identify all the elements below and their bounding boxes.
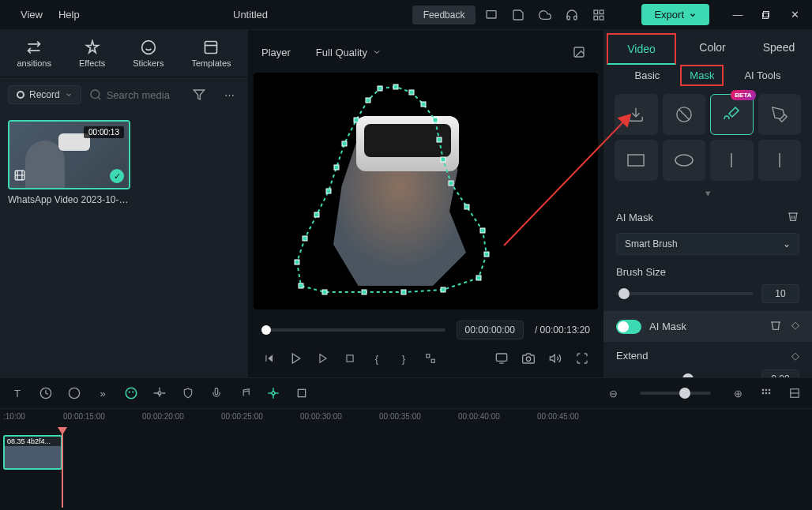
duration-badge: 00:00:13 [84, 126, 124, 138]
bracket-open-button[interactable]: { [369, 351, 385, 366]
tl-grid-button[interactable] [758, 385, 774, 401]
svg-point-63 [129, 391, 130, 392]
mask-rect-button[interactable] [615, 140, 658, 181]
fullscreen-button[interactable] [574, 351, 590, 366]
tl-palette-button[interactable] [66, 385, 82, 401]
tab-effects[interactable]: Effects [79, 39, 105, 68]
volume-button[interactable] [547, 351, 563, 366]
svg-point-52 [526, 357, 530, 361]
svg-point-61 [69, 388, 79, 398]
tab-speed[interactable]: Speed [746, 33, 812, 62]
svg-rect-18 [378, 86, 382, 91]
svg-rect-36 [303, 236, 307, 241]
screen-icon[interactable] [480, 4, 502, 26]
tab-templates[interactable]: Templates [191, 39, 231, 68]
mask-import-button[interactable] [615, 94, 658, 135]
expand-shapes[interactable]: ▾ [603, 184, 812, 202]
media-panel: ansitions Effects Stickers Templates Rec… [0, 30, 249, 377]
menu-help[interactable]: Help [58, 9, 80, 21]
snapshot-button[interactable] [521, 351, 536, 366]
more-icon[interactable]: ⋯ [218, 84, 240, 106]
tl-layout-button[interactable] [787, 385, 803, 401]
mask-linev-button[interactable] [710, 140, 754, 181]
minimize-button[interactable]: — [727, 4, 749, 26]
cloud-icon[interactable] [534, 4, 556, 26]
tl-timer-button[interactable] [38, 385, 54, 401]
subtab-mask[interactable]: Mask [680, 65, 724, 86]
export-button[interactable]: Export [641, 4, 709, 25]
tab-transitions[interactable]: ansitions [17, 39, 51, 68]
filter-icon[interactable] [188, 84, 210, 106]
ai-mask-select[interactable]: Smart Brush⌄ [616, 233, 799, 255]
playhead[interactable] [62, 429, 63, 508]
prev-frame-button[interactable] [261, 351, 277, 366]
subtab-basic[interactable]: Basic [627, 66, 668, 84]
tl-zoom-in-button[interactable]: ⊕ [730, 385, 746, 401]
mask-ellipse-button[interactable] [663, 140, 706, 181]
preview-canvas[interactable] [254, 73, 598, 309]
menu-view[interactable]: View [21, 9, 43, 21]
svg-rect-8 [205, 41, 217, 53]
tl-gear2-button[interactable] [152, 385, 167, 401]
tl-marker-button[interactable] [265, 385, 281, 401]
svg-rect-75 [762, 392, 764, 394]
close-button[interactable]: ✕ [784, 4, 806, 26]
tab-stickers[interactable]: Stickers [133, 39, 164, 68]
tl-text-button[interactable]: T [9, 385, 25, 401]
delete-icon[interactable] [787, 210, 799, 225]
tl-crop-button[interactable] [294, 385, 310, 401]
mask-lineh-button[interactable] [758, 140, 802, 181]
feedback-button[interactable]: Feedback [412, 6, 476, 24]
play-button[interactable] [288, 351, 304, 366]
tl-mic-button[interactable] [209, 385, 224, 401]
next-button[interactable] [315, 351, 331, 366]
svg-rect-4 [594, 16, 598, 20]
svg-point-64 [132, 391, 133, 392]
tl-more-button[interactable]: » [95, 385, 111, 401]
tl-music-button[interactable] [237, 385, 253, 401]
brush-size-slider[interactable] [616, 292, 754, 295]
tl-ai-button[interactable] [123, 385, 139, 401]
extend-value[interactable]: 0.00 [761, 369, 799, 377]
scrubber[interactable] [261, 328, 445, 332]
svg-line-11 [98, 97, 100, 99]
ai-mask-toggle[interactable] [616, 320, 641, 334]
matrix-button[interactable] [423, 351, 438, 366]
timeline: T » ⊖ ⊕ :10:00 00:00:15:00 00:00:20:00 0… [0, 377, 812, 510]
quality-select[interactable]: Full Quality [316, 47, 382, 58]
keyframe-extend[interactable]: ◇ [791, 350, 799, 362]
svg-rect-1 [594, 10, 598, 14]
timeline-clip[interactable]: 08.35 4b2f4... [3, 435, 62, 470]
zoom-slider[interactable] [640, 392, 711, 395]
monitor-button[interactable] [494, 351, 509, 366]
svg-point-7 [142, 40, 156, 54]
search-input[interactable]: Search media [89, 88, 180, 101]
save-icon[interactable] [507, 4, 529, 26]
subtab-ai[interactable]: AI Tools [736, 66, 788, 84]
timeline-ruler[interactable]: :10:00 00:00:15:00 00:00:20:00 00:00:25:… [0, 408, 812, 429]
media-thumbnail[interactable]: 00:00:13 ✓ [8, 120, 130, 189]
delete-icon-2[interactable] [769, 319, 782, 334]
image-icon[interactable] [568, 41, 590, 63]
apps-icon[interactable] [588, 4, 610, 26]
mask-brush-button[interactable]: BETA [710, 94, 754, 135]
tl-zoom-out-button[interactable]: ⊖ [605, 385, 621, 401]
time-current: 00:00:00:00 [457, 321, 524, 339]
brush-size-value[interactable]: 10 [761, 284, 799, 303]
svg-rect-21 [421, 102, 426, 107]
mask-none-button[interactable] [663, 94, 706, 135]
mask-pen-button[interactable] [758, 94, 802, 135]
tl-shield-button[interactable] [180, 385, 196, 401]
record-button[interactable]: Record [8, 85, 81, 104]
headphones-icon[interactable] [561, 4, 583, 26]
extend-label: Extend [616, 350, 648, 362]
bracket-close-button[interactable]: } [396, 351, 412, 366]
stop-button[interactable] [342, 351, 358, 366]
svg-rect-27 [480, 228, 485, 233]
tab-color[interactable]: Color [679, 33, 746, 62]
maximize-button[interactable] [755, 4, 777, 26]
keyframe-icon[interactable]: ◇ [791, 319, 799, 334]
svg-marker-53 [550, 354, 554, 362]
tab-video[interactable]: Video [607, 33, 676, 65]
svg-rect-35 [295, 260, 299, 264]
